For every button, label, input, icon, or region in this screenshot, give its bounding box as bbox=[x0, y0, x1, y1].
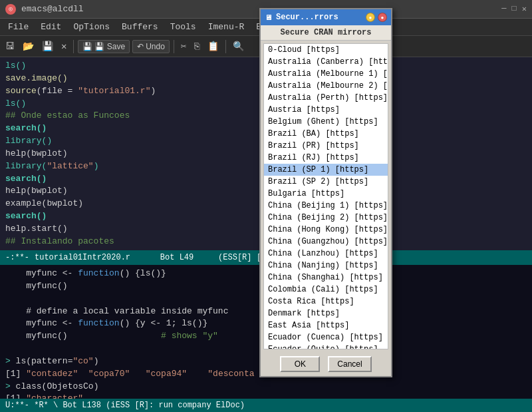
list-item[interactable]: China (Lanzhou) [https] bbox=[264, 248, 388, 260]
window-controls[interactable]: ─ □ ✕ bbox=[501, 4, 527, 14]
menu-edit[interactable]: Edit bbox=[35, 21, 66, 33]
save-button[interactable]: 💾 💾 Save bbox=[78, 40, 130, 53]
paste-icon[interactable]: 📋 bbox=[205, 39, 221, 53]
open-file-icon[interactable]: 📂 bbox=[20, 39, 37, 53]
dialog-footer: OK Cancel bbox=[261, 352, 391, 376]
new-file-icon[interactable]: 🖫 bbox=[3, 40, 17, 53]
menu-buffers[interactable]: Buffers bbox=[116, 21, 164, 33]
list-item[interactable]: Colombia (Cali) [https] bbox=[264, 284, 388, 296]
status-filename: tutorial01Intr2020.r bbox=[35, 253, 130, 262]
save-file-icon[interactable]: 💾 bbox=[39, 39, 56, 53]
mirror-list[interactable]: 0-Cloud [https]Australia (Canberra) [htt… bbox=[263, 43, 388, 349]
menu-file[interactable]: File bbox=[3, 21, 34, 33]
list-item[interactable]: China (Hong Kong) [https] bbox=[264, 224, 388, 236]
list-item[interactable]: Brazil (SP 1) [https] bbox=[264, 164, 388, 176]
list-item[interactable]: Belgium (Ghent) [https] bbox=[264, 116, 388, 128]
minimize-btn[interactable]: ─ bbox=[501, 4, 506, 14]
dialog-header: Secure CRAN mirrors bbox=[261, 25, 391, 41]
cancel-button[interactable]: Cancel bbox=[328, 356, 371, 372]
list-item[interactable]: Austria [https] bbox=[264, 104, 388, 116]
list-item[interactable]: China (Beijing 1) [https] bbox=[264, 200, 388, 212]
list-item[interactable]: China (Shanghai) [https] bbox=[264, 272, 388, 284]
list-item[interactable]: Ecuador (Quito) [https] bbox=[264, 343, 388, 349]
list-item[interactable]: China (Beijing 2) [https] bbox=[264, 212, 388, 224]
list-item[interactable]: China (Guangzhou) [https] bbox=[264, 236, 388, 248]
close-file-icon[interactable]: ✕ bbox=[59, 39, 69, 53]
code-line: > class(ObjetosCo) bbox=[5, 381, 527, 393]
divider-2 bbox=[174, 40, 174, 53]
list-item[interactable]: Denmark [https] bbox=[264, 308, 388, 319]
menu-options[interactable]: OpTions bbox=[68, 21, 115, 33]
dialog-minimize-btn[interactable]: ● bbox=[366, 13, 375, 22]
cut-icon[interactable]: ✂ bbox=[178, 39, 189, 53]
list-item[interactable]: Bulgaria [https] bbox=[264, 188, 388, 200]
app-icon: ◎ bbox=[5, 4, 16, 15]
list-item[interactable]: Brazil (RJ) [https] bbox=[264, 152, 388, 164]
status-bot: Bot L49 bbox=[160, 253, 194, 262]
copy-icon[interactable]: ⎘ bbox=[192, 40, 202, 53]
dialog-window-controls[interactable]: ● ● bbox=[366, 13, 387, 22]
dialog-close-btn[interactable]: ● bbox=[378, 13, 387, 22]
dialog-title-bar: 🖥 Secur...rrors ● ● bbox=[261, 9, 391, 25]
menu-tools[interactable]: Tools bbox=[165, 21, 201, 33]
maximize-btn[interactable]: □ bbox=[512, 4, 517, 14]
list-item[interactable]: Costa Rica [https] bbox=[264, 296, 388, 308]
close-btn[interactable]: ✕ bbox=[522, 4, 527, 14]
window-title: emacs@alcdll bbox=[21, 4, 84, 14]
bottom-status-text: U:**- *R* \ Bot L138 (iESS [R]: run comp… bbox=[5, 401, 245, 410]
list-item[interactable]: Australia (Melbourne 1) [https] bbox=[264, 68, 388, 80]
undo-button[interactable]: ↶ Undo bbox=[132, 40, 170, 53]
list-item[interactable]: Australia (Canberra) [https] bbox=[264, 56, 388, 68]
cran-mirror-dialog[interactable]: 🖥 Secur...rrors ● ● Secure CRAN mirrors … bbox=[259, 8, 392, 377]
menu-imenu[interactable]: Imenu-R bbox=[203, 21, 250, 33]
dialog-icon: 🖥 bbox=[265, 13, 272, 22]
list-item[interactable]: Australia (Perth) [https] bbox=[264, 92, 388, 104]
status-bar-bottom: U:**- *R* \ Bot L138 (iESS [R]: run comp… bbox=[0, 399, 532, 412]
divider-1 bbox=[73, 40, 74, 53]
search-icon[interactable]: 🔍 bbox=[230, 39, 247, 53]
ok-button[interactable]: OK bbox=[280, 356, 320, 372]
list-item[interactable]: East Asia [https] bbox=[264, 319, 388, 331]
save-icon: 💾 bbox=[82, 42, 92, 51]
status-position bbox=[136, 253, 155, 262]
status-mode: -:**- bbox=[5, 253, 29, 262]
list-item[interactable]: China (Nanjing) [https] bbox=[264, 260, 388, 272]
list-item[interactable]: Australia (Melbourne 2) [https] bbox=[264, 80, 388, 92]
list-item[interactable]: Brazil (SP 2) [https] bbox=[264, 176, 388, 188]
undo-icon: ↶ bbox=[137, 42, 144, 51]
dialog-title: Secur...rrors bbox=[276, 13, 338, 22]
list-item[interactable]: Ecuador (Cuenca) [https] bbox=[264, 331, 388, 343]
list-item[interactable]: Brazil (PR) [https] bbox=[264, 140, 388, 152]
list-item[interactable]: Brazil (BA) [https] bbox=[264, 128, 388, 140]
divider-3 bbox=[225, 40, 226, 53]
list-item[interactable]: 0-Cloud [https] bbox=[264, 44, 388, 56]
